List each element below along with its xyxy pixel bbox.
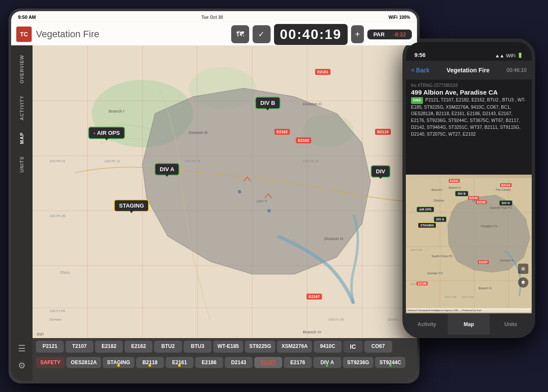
unit-btn-st9244c[interactable]: ST9244C — [375, 357, 405, 368]
phone-units-list: ONS P2121, T2107, E2182, E2162, BTU2 , B… — [411, 97, 527, 137]
sidebar-item-units[interactable]: UNITS — [18, 150, 26, 178]
unit-btn-staging[interactable]: STAGING — [103, 357, 134, 368]
phone-units-text: P2121, T2107, E2182, E2162, BTU2 , BTU3 … — [411, 97, 526, 137]
unit-btn-wte185[interactable]: WT-E185 — [213, 341, 243, 353]
phone-time: 9:56 — [414, 52, 426, 58]
e2167-badge: E2167 — [307, 294, 322, 300]
svg-text:10S FJ 29: 10S FJ 29 — [328, 318, 344, 321]
svg-text:Fire Center: Fire Center — [496, 188, 511, 191]
unit-btn-d2143[interactable]: D2143 — [225, 357, 253, 368]
sidebar-item-map[interactable]: MAP — [18, 126, 26, 150]
phone-e2162: E2162 — [468, 196, 479, 200]
tab-map[interactable]: Map — [448, 314, 490, 335]
ons-badge: ONS — [411, 97, 423, 104]
map-icon: 🗺 — [236, 30, 244, 39]
timer-plus-button[interactable]: + — [351, 25, 364, 43]
svg-text:10S FK 01: 10S FK 01 — [49, 159, 65, 163]
timer-display: 00:40:19 — [274, 24, 348, 45]
unit-btn-btu3[interactable]: BTU3 — [184, 341, 211, 353]
svg-text:2397 ft: 2397 ft — [256, 199, 267, 203]
sidebar-item-activity[interactable]: ACTIVITY — [18, 89, 26, 126]
unit-btn-btu2[interactable]: BTU2 — [154, 341, 182, 353]
wifi-icon: WiFi — [388, 15, 397, 20]
unit-btn-p2121[interactable]: P2121 — [36, 341, 64, 353]
svg-text:10S FK 11: 10S FK 11 — [104, 159, 120, 163]
tab-units[interactable]: Units — [490, 314, 532, 335]
unit-btn-t2107[interactable]: T2107 — [66, 341, 93, 353]
phone-map[interactable]: Branch I Branch II DIV B Division Fire C… — [406, 175, 532, 313]
phone-header: < Back Vegetation Fire 00:46:10 — [406, 61, 532, 80]
tab-activity[interactable]: Activity — [406, 314, 448, 335]
unit-row-1: P2121 T2107 E2182 E2162 BTU2 BTU3 WT-E18… — [33, 338, 417, 354]
unit-btn-st9225g[interactable]: ST9225G — [245, 341, 275, 353]
svg-point-31 — [268, 209, 271, 212]
svg-text:Paradise FS: Paradise FS — [481, 225, 497, 228]
div-b-marker[interactable]: DIV B — [255, 97, 280, 109]
tablet-device: 9:50 AM Tue Oct 30 WiFi 100% TC Vegetati… — [9, 9, 420, 383]
side-nav: OVERVIEW ACTIVITY MAP UNITS ☰ ⚙ — [11, 45, 33, 381]
sidebar-item-overview[interactable]: OVERVIEW — [18, 49, 26, 89]
battery-phone-icon: 🔋 — [517, 53, 523, 58]
unit-btn-safety[interactable]: SAFETY — [36, 357, 65, 368]
svg-text:Chico: Chico — [60, 270, 70, 275]
b2118-badge: B2118 — [375, 129, 391, 135]
timer-section: 🗺 ✓ 00:40:19 + PAR -8:32 — [231, 24, 412, 45]
unit-btn-diva[interactable]: DIV A — [313, 357, 341, 368]
svg-text:Division C: Division C — [303, 101, 322, 106]
unit-btn-xsm2276a[interactable]: XSM2276A — [277, 341, 312, 353]
unit-btn-b2118[interactable]: B2118 — [136, 357, 164, 368]
signal-icon: ▲▲ — [495, 53, 504, 58]
svg-point-30 — [238, 190, 241, 193]
staging-marker[interactable]: STAGING — [114, 199, 149, 212]
svg-text:Branch I: Branch I — [109, 109, 125, 113]
phone-status-icons: ▲▲ WiFi 🔋 — [495, 53, 523, 58]
unit-btn-ic[interactable]: IC — [343, 341, 363, 353]
svg-text:Division N: Division N — [500, 259, 514, 262]
phone-back-button[interactable]: < Back — [411, 67, 429, 74]
svg-text:Division: Division — [434, 199, 444, 202]
phone-div-a: DIV A — [434, 217, 447, 222]
settings-icon[interactable]: ⚙ — [18, 360, 26, 371]
unit-btn-e2162[interactable]: E2162 — [125, 341, 152, 353]
hamburger-icon[interactable]: ☰ — [18, 343, 26, 353]
phone-incident-info: Inc #TRNG-1577380193 499 Albion Ave, Par… — [406, 80, 532, 141]
phone-staging: STAGING — [418, 223, 436, 228]
unit-btn-e2182[interactable]: E2182 — [95, 341, 123, 353]
map-layers-icon[interactable]: ⊕ — [518, 264, 528, 274]
map-area[interactable]: Branch I Division B Division C Division … — [33, 45, 417, 338]
div-marker[interactable]: DIV — [371, 165, 390, 178]
tablet-status-bar: 9:50 AM Tue Oct 30 WiFi 100% — [11, 11, 417, 23]
svg-text:10S FJ 08: 10S FJ 08 — [444, 296, 456, 298]
svg-text:10S FK 31: 10S FK 31 — [303, 159, 319, 163]
tablet-screen: 9:50 AM Tue Oct 30 WiFi 100% TC Vegetati… — [11, 11, 417, 381]
phone-notch — [441, 42, 497, 53]
unit-btn-oes2812a[interactable]: OES2812A — [66, 357, 101, 368]
div-a-marker[interactable]: DIV A — [155, 163, 179, 175]
unit-btn-e2167[interactable]: E2167 — [254, 357, 282, 368]
compass-icon[interactable]: ✱ — [518, 277, 528, 288]
battery-icon: 100% — [399, 15, 410, 20]
svg-text:10S FJ 09: 10S FJ 09 — [49, 309, 65, 313]
tc-badge[interactable]: TC — [16, 27, 32, 42]
phone-b2118: B2118 — [500, 183, 512, 187]
phone-map-inner: Branch I Branch II DIV B Division Fire C… — [406, 175, 532, 313]
unit-btn-e2186[interactable]: E2186 — [195, 357, 223, 368]
tablet-status-right: WiFi 100% — [388, 15, 410, 20]
phone-e2186: E2186 — [417, 282, 428, 285]
par-label: PAR — [373, 31, 384, 38]
map-toggle-button[interactable]: 🗺 — [231, 25, 249, 43]
unit-btn-co67[interactable]: CO67 — [364, 341, 392, 353]
unit-btn-e2161[interactable]: E2161 — [166, 357, 194, 368]
phone-inc-number: Inc #TRNG-1577380193 — [411, 83, 527, 88]
phone-air-ops: AIR OPS — [417, 207, 434, 212]
tablet-topbar: TC Vegetation Fire 🗺 ✓ 00:40:19 + PAR -8… — [11, 23, 417, 45]
svg-text:Division B: Division B — [189, 130, 208, 135]
svg-text:10S FK 21: 10S FK 21 — [185, 159, 200, 163]
unit-btn-st9236g[interactable]: ST9236G — [343, 357, 373, 368]
incident-title: Vegetation Fire — [36, 29, 227, 40]
svg-text:Division N: Division N — [324, 236, 343, 241]
clock-button[interactable]: ✓ — [253, 25, 271, 43]
air-ops-marker[interactable]: + AIR OPS — [88, 127, 125, 139]
unit-btn-e2176[interactable]: E2176 — [284, 357, 312, 368]
unit-btn-9410c[interactable]: 9410C — [314, 341, 342, 353]
